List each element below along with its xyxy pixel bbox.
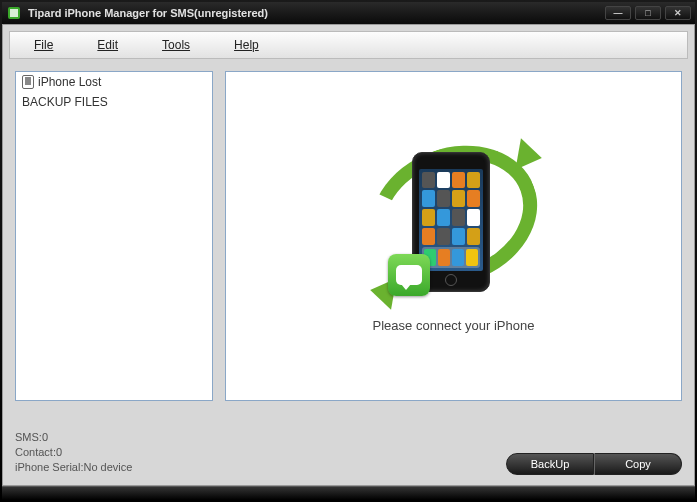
device-label: iPhone Lost (38, 75, 101, 89)
menubar: File Edit Tools Help (9, 31, 688, 59)
menu-help[interactable]: Help (234, 38, 259, 52)
maximize-button[interactable]: □ (635, 6, 661, 20)
content-area: iPhone Lost BACKUP FILES (3, 65, 694, 424)
connect-illustration (364, 140, 544, 300)
arrow-head-icon (515, 138, 544, 174)
minimize-button[interactable]: — (605, 6, 631, 20)
status-contact: Contact:0 (15, 445, 506, 460)
menu-file[interactable]: File (34, 38, 53, 52)
main-panel: Please connect your iPhone (225, 71, 682, 401)
menu-tools[interactable]: Tools (162, 38, 190, 52)
device-tree[interactable]: iPhone Lost BACKUP FILES (15, 71, 213, 401)
svg-rect-1 (10, 9, 18, 17)
footer: SMS:0 Contact:0 iPhone Serial:No device … (3, 424, 694, 485)
sms-badge-icon (388, 254, 430, 296)
status-serial: iPhone Serial:No device (15, 460, 506, 475)
backup-files-label: BACKUP FILES (22, 95, 108, 109)
copy-button[interactable]: Copy (594, 453, 682, 475)
phone-icon (22, 75, 34, 89)
tree-item-device[interactable]: iPhone Lost (16, 72, 212, 92)
app-icon (6, 5, 22, 21)
tree-item-backup[interactable]: BACKUP FILES (16, 92, 212, 112)
status-block: SMS:0 Contact:0 iPhone Serial:No device (15, 430, 506, 475)
application-window: Tipard iPhone Manager for SMS(unregister… (0, 0, 697, 502)
connect-prompt: Please connect your iPhone (373, 318, 535, 333)
bottom-chrome (2, 486, 695, 500)
action-buttons: BackUp Copy (506, 453, 682, 475)
menu-edit[interactable]: Edit (97, 38, 118, 52)
close-button[interactable]: ✕ (665, 6, 691, 20)
window-title: Tipard iPhone Manager for SMS(unregister… (28, 7, 268, 19)
window-body: File Edit Tools Help iPhone Lost BACKUP … (2, 24, 695, 486)
backup-button[interactable]: BackUp (506, 453, 594, 475)
titlebar[interactable]: Tipard iPhone Manager for SMS(unregister… (2, 2, 695, 24)
status-sms: SMS:0 (15, 430, 506, 445)
